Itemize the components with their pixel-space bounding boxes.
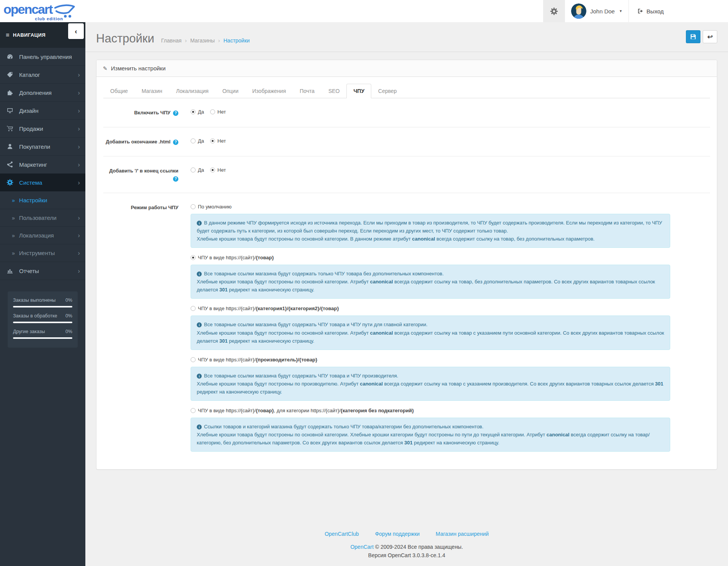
seo-mode-option-2[interactable]: ЧПУ в виде https://{сайт}/{категория1}/{…: [191, 306, 339, 311]
radio-yes[interactable]: Да: [191, 138, 204, 144]
seo-mode-option-4[interactable]: ЧПУ в виде https://{сайт}/{товар}, для к…: [191, 408, 414, 413]
form-row: Добавить '/' в конец ссылки ?ДаНет: [103, 156, 710, 194]
bar-chart-icon: [5, 267, 14, 274]
sidebar-subitem-settings[interactable]: »Настройки: [0, 192, 85, 209]
gear-icon: [550, 7, 558, 15]
tab-server[interactable]: Сервер: [371, 84, 404, 98]
sidebar-item-label: Дополнения: [19, 89, 52, 96]
tab-seo-url[interactable]: ЧПУ: [346, 84, 371, 98]
sidebar-subitem-label: Пользователи: [19, 215, 57, 221]
chevron-right-icon: ›: [78, 161, 80, 168]
info-alert: iВсе товарные ссылки магазина будут соде…: [191, 367, 670, 401]
radio-no[interactable]: Нет: [210, 138, 226, 144]
tab-image[interactable]: Изображения: [245, 84, 293, 98]
seo-mode-option-block: По умолчаниюiВ данном режиме ЧПУ формиру…: [191, 204, 670, 248]
settings-gear-button[interactable]: [543, 0, 565, 22]
order-stat: Другие заказы0%: [13, 329, 72, 339]
sidebar-subitem-localisation[interactable]: »Локализация›: [0, 227, 85, 244]
user-name: John Doe: [590, 8, 615, 15]
breadcrumb-item[interactable]: Главная: [161, 37, 181, 44]
tab-seo[interactable]: SEO: [322, 84, 347, 98]
seo-mode-option-0[interactable]: По умолчанию: [191, 204, 232, 210]
sidebar-item-customers[interactable]: Покупатели›: [0, 138, 85, 156]
stat-label: Другие заказы: [13, 329, 45, 334]
sidebar-item-catalog[interactable]: Каталог›: [0, 66, 85, 84]
sidebar-subitem-tools[interactable]: »Инструменты›: [0, 244, 85, 262]
stat-label: Заказы выполнены: [13, 298, 55, 303]
field-label: Включить ЧПУ ?: [103, 108, 178, 117]
info-alert: iВ данном режиме ЧПУ формируется исходя …: [191, 214, 670, 248]
user-menu[interactable]: John Doe ▼: [565, 3, 628, 19]
form-rows: Включить ЧПУ ?ДаНетДобавить окончание .h…: [103, 98, 710, 193]
radio-dot: [191, 357, 196, 362]
seo-mode-option-1[interactable]: ЧПУ в виде https://{сайт}/{товар}: [191, 255, 274, 260]
logout-label: Выход: [646, 8, 664, 15]
seo-mode-option-3[interactable]: ЧПУ в виде https://{сайт}/{производитель…: [191, 357, 317, 363]
help-icon: ?: [173, 140, 178, 145]
radio-label: Нет: [217, 138, 226, 144]
sidebar-item-system[interactable]: Система›: [0, 174, 85, 192]
radio-label: Да: [198, 109, 204, 115]
sidebar-item-label: Маркетинг: [19, 161, 47, 168]
radio-label: Нет: [217, 167, 226, 173]
progress-bar: [13, 322, 72, 323]
sidebar-item-label: Система: [19, 179, 42, 186]
back-button[interactable]: ↩: [703, 30, 717, 43]
radio-no[interactable]: Нет: [210, 167, 226, 173]
tab-general[interactable]: Общие: [103, 84, 135, 98]
seo-mode-option-block: ЧПУ в виде https://{сайт}/{товар}iВсе то…: [191, 255, 670, 299]
sidebar-collapse-button[interactable]: ‹: [68, 23, 84, 39]
footer-link[interactable]: Магазин расширений: [436, 531, 488, 537]
double-angle-right-icon: »: [12, 233, 15, 239]
field-control: ДаНет: [191, 108, 670, 115]
chevron-right-icon: ›: [78, 125, 80, 132]
footer-links: OpenCartClubФорум поддержкиМагазин расши…: [85, 530, 728, 537]
radio-yes[interactable]: Да: [191, 167, 204, 173]
footer-link[interactable]: OpenCartClub: [325, 531, 359, 537]
sidebar-item-design[interactable]: Дизайн›: [0, 102, 85, 120]
breadcrumb-item[interactable]: Настройки: [224, 37, 250, 44]
breadcrumb-item[interactable]: Магазины: [190, 37, 215, 44]
radio-dot: [210, 168, 215, 172]
logout-button[interactable]: Выход: [629, 8, 672, 15]
dashboard-icon: [5, 53, 14, 60]
sidebar-item-extensions[interactable]: Дополнения›: [0, 84, 85, 102]
sidebar-item-reports[interactable]: Отчеты›: [0, 262, 85, 280]
double-angle-right-icon: »: [12, 197, 15, 203]
monitor-icon: [5, 107, 14, 114]
copyright: OpenCart © 2009-2024 Все права защищены.: [85, 544, 728, 550]
opencart-link[interactable]: OpenCart: [350, 544, 374, 550]
radio-dot: [191, 204, 196, 209]
radio-no[interactable]: Нет: [210, 109, 226, 115]
tags-icon: [5, 71, 14, 78]
footer-link[interactable]: Форум поддержки: [375, 531, 420, 537]
gear-icon: [5, 179, 14, 186]
info-icon: i: [197, 322, 202, 327]
info-icon: i: [197, 424, 202, 429]
seo-mode-label: Режим работы ЧПУ: [103, 203, 178, 212]
chevron-right-icon: ›: [78, 268, 80, 274]
radio-dot: [210, 138, 215, 143]
sidebar-subitem-users[interactable]: »Пользователи›: [0, 209, 85, 227]
radio-yes[interactable]: Да: [191, 109, 204, 115]
stat-value: 0%: [65, 298, 72, 303]
tab-mail[interactable]: Почта: [293, 84, 322, 98]
chevron-right-icon: ›: [78, 215, 80, 221]
sidebar-item-marketing[interactable]: Маркетинг›: [0, 156, 85, 174]
option-label: ЧПУ в виде https://{сайт}/{товар}: [198, 255, 274, 260]
breadcrumb-separator: ›: [185, 37, 187, 44]
opencart-logo[interactable]: opencart club edition: [0, 3, 85, 20]
save-button[interactable]: [686, 30, 700, 43]
tab-option[interactable]: Опции: [215, 84, 245, 98]
cart-icon: [5, 125, 14, 132]
panel-body: ОбщиеМагазинЛокализацияОпцииИзображенияП…: [96, 77, 717, 469]
chevron-right-icon: ›: [78, 250, 80, 256]
tab-localisation[interactable]: Локализация: [169, 84, 215, 98]
panel-title: Изменить настройки: [111, 65, 166, 72]
avatar: [571, 3, 586, 19]
user-icon: [5, 143, 14, 150]
sidebar-item-dashboard[interactable]: Панель управления: [0, 48, 85, 66]
breadcrumb: Главная›Магазины›Настройки: [161, 37, 250, 44]
tab-store[interactable]: Магазин: [135, 84, 169, 98]
sidebar-item-sales[interactable]: Продажи›: [0, 120, 85, 138]
